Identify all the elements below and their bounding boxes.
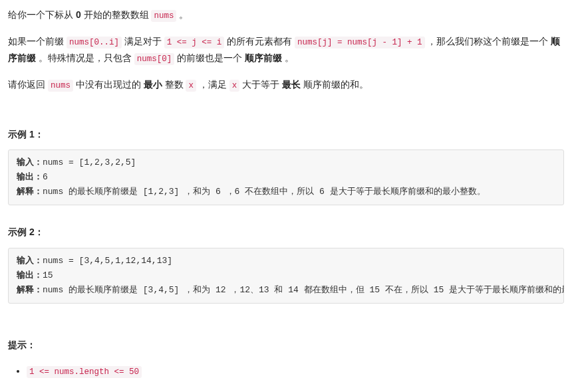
explain-label: 解释： [17,285,43,295]
text: 。特殊情况是，只包含 [36,52,134,63]
example-1-block: 输入：nums = [1,2,3,2,5] 输出：6 解释：nums 的最长顺序… [8,149,564,205]
paragraph-intro: 给你一个下标从 0 开始的整数数组 nums 。 [8,7,564,24]
text: 开始的整数数组 [81,9,152,20]
list-item: 1 <= nums.length <= 50 [27,363,564,380]
text: 请你返回 [8,79,48,90]
text: 满足对于 [122,36,164,47]
text: 。 [176,9,188,20]
text: 大于等于 [239,79,282,90]
output-value: 6 [43,172,48,182]
bold-longest: 最长 [282,79,301,90]
input-value: nums = [3,4,5,1,12,14,13] [43,256,172,266]
example-2-label: 示例 2： [8,224,564,240]
code-nums: nums [48,80,73,92]
code-x: x [229,80,240,92]
text: 中没有出现过的 [73,79,144,90]
constraint-length: 1 <= nums.length <= 50 [27,366,142,378]
example-2-pre: 输入：nums = [3,4,5,1,12,14,13] 输出：15 解释：nu… [8,248,564,304]
output-value: 15 [43,270,53,280]
hints-list: 1 <= nums.length <= 50 1 <= nums[i] <= 5… [8,363,564,382]
explain-value: nums 的最长顺序前缀是 [3,4,5] ，和为 12 ，12、13 和 14… [43,285,564,295]
text: 的所有元素都有 [224,36,295,47]
input-value: nums = [1,2,3,2,5] [43,157,136,167]
bold-min: 最小 [144,79,162,90]
input-label: 输入： [17,157,43,167]
text: 的前缀也是一个 [174,52,245,63]
explain-label: 解释： [17,187,43,197]
text: 给你一个下标从 [8,9,76,20]
example-2-block[interactable]: 输入：nums = [3,4,5,1,12,14,13] 输出：15 解释：nu… [8,248,564,304]
text: 。 [282,52,294,63]
code-range: nums[0..i] [67,37,122,48]
text: ，那么我们称这个前缀是一个 [425,36,551,47]
output-label: 输出： [17,270,43,280]
input-label: 输入： [17,256,43,266]
explain-value: nums 的最长顺序前缀是 [1,2,3] ，和为 6 ，6 不在数组中，所以 … [43,187,486,197]
code-nums0: nums[0] [134,53,175,65]
bold-seqprefix: 顺序前缀 [245,52,282,63]
text: 如果一个前缀 [8,36,67,47]
code-bounds: 1 <= j <= i [164,37,225,48]
text: ，满足 [196,79,229,90]
text: 整数 [162,79,186,90]
bold-zero: 0 [76,9,81,20]
hints-label: 提示： [8,337,564,353]
text: 顺序前缀的和。 [301,79,368,90]
paragraph-return: 请你返回 nums 中没有出现过的 最小 整数 x ，满足 x 大于等于 最长 … [8,76,564,94]
example-1-label: 示例 1： [8,126,564,143]
code-x: x [186,80,196,92]
code-nums: nums [151,10,176,22]
example-1-pre: 输入：nums = [1,2,3,2,5] 输出：6 解释：nums 的最长顺序… [8,149,564,205]
output-label: 输出： [17,172,43,182]
paragraph-definition: 如果一个前缀 nums[0..i] 满足对于 1 <= j <= i 的所有元素… [8,33,564,67]
code-relation: nums[j] = nums[j - 1] + 1 [295,37,425,48]
